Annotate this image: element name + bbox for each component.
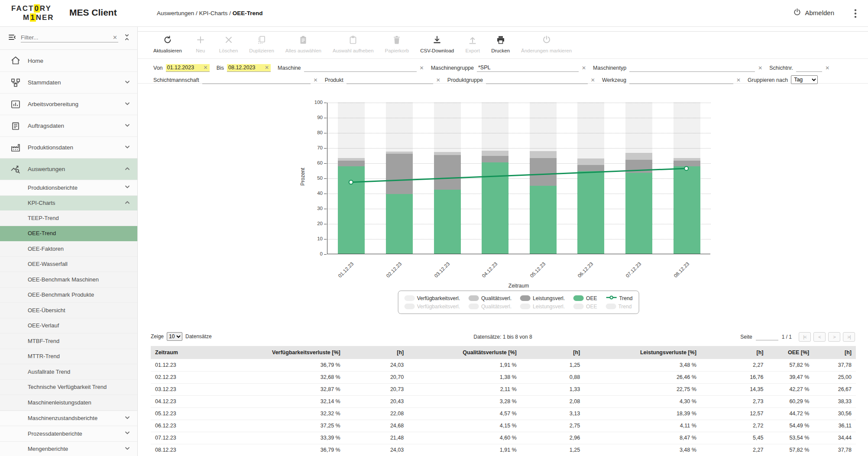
legend-item-trend[interactable]: Trend: [606, 304, 632, 310]
column-header-h[interactable]: [h]: [813, 346, 856, 359]
sidebar-item-produktionsdaten[interactable]: Produktionsdaten: [0, 136, 137, 158]
kebab-menu-icon[interactable]: [851, 8, 860, 18]
legend-item-trend[interactable]: Trend: [606, 295, 632, 301]
sidebar-item-auftragsdaten[interactable]: Auftragsdaten: [0, 115, 137, 136]
table-row[interactable]: 01.12.2336,79 %24,031,91 %1,253,48 %2,27…: [151, 359, 856, 371]
group-by-select[interactable]: Tag: [791, 75, 818, 84]
clear-filter-icon[interactable]: ✕: [417, 65, 424, 72]
filter-input-schichtnr[interactable]: ✕: [796, 65, 829, 72]
legend-item-verfügbarkeitsverl[interactable]: Verfügbarkeitsverl.: [405, 304, 460, 310]
sidebar-item-kpi-charts[interactable]: KPI-Charts: [0, 195, 137, 211]
sidebar-item-mengenberichte[interactable]: Mengenberichte: [0, 441, 137, 456]
prev-page-button[interactable]: <: [813, 332, 826, 342]
legend-item-leistungsverl[interactable]: Leistungsverl.: [520, 304, 565, 310]
filter-input-maschine[interactable]: ✕: [304, 65, 424, 72]
column-header-leistungsverluste[interactable]: Leistungsverluste [%]: [584, 346, 701, 359]
sidebar-item-mtbf-trend[interactable]: MTBF-Trend: [0, 333, 137, 349]
legend-item-qualitätsverl[interactable]: Qualitätsverl.: [469, 295, 512, 301]
sidebar-filter-input[interactable]: [21, 34, 112, 41]
sidebar-item-prozessdatenberichte[interactable]: Prozessdatenberichte: [0, 426, 137, 441]
clear-filter-icon[interactable]: ✕: [755, 65, 762, 72]
filter-input-maschinengruppe[interactable]: *SPL✕: [477, 64, 586, 72]
sidebar-item-oee-benchmark-maschinen[interactable]: OEE-Benchmark Maschinen: [0, 272, 137, 288]
table-row[interactable]: 05.12.2332,32 %22,084,57 %3,1318,39 %12,…: [151, 407, 856, 420]
sidebar-item-maschinenzustandsberichte[interactable]: Maschinenzustandsberichte: [0, 411, 137, 426]
sidebar-item-oee-faktoren[interactable]: OEE-Faktoren: [0, 241, 137, 257]
first-page-button[interactable]: |<: [799, 332, 811, 342]
sidebar-item-oee-benchmark-produkte[interactable]: OEE-Benchmark Produkte: [0, 288, 137, 303]
sidebar-item-oee-übersicht[interactable]: OEE-Übersicht: [0, 303, 137, 318]
legend-item-leistungsverl[interactable]: Leistungsverl.: [520, 295, 565, 301]
clear-filter-icon[interactable]: ✕: [579, 65, 586, 72]
breadcrumb-path[interactable]: Auswertungen / KPI-Charts /: [157, 10, 233, 16]
neu-button[interactable]: Neu: [193, 35, 208, 58]
auswahl-aufheben-button[interactable]: Auswahl aufheben: [333, 35, 374, 58]
papierkorb-button[interactable]: Papierkorb: [385, 35, 409, 58]
sidebar-item-maschinenleistungsdaten[interactable]: Maschinenleistungsdaten: [0, 395, 137, 411]
sidebar-item-auswertungen[interactable]: Auswertungen: [0, 158, 137, 180]
sidebar-item-oee-verlauf[interactable]: OEE-Verlauf: [0, 318, 137, 334]
table-row[interactable]: 03.12.2332,87 %20,732,11 %1,3322,75 %14,…: [151, 383, 856, 395]
legend-item-verfügbarkeitsverl[interactable]: Verfügbarkeitsverl.: [405, 295, 460, 301]
sidebar-item-teep-trend[interactable]: TEEP-Trend: [0, 210, 137, 226]
column-header-h[interactable]: [h]: [521, 346, 585, 359]
sidebar-item-produktionsberichte[interactable]: Produktionsberichte: [0, 180, 137, 195]
table-row[interactable]: 02.12.2332,68 %20,701,38 %0,8826,46 %16,…: [151, 371, 856, 383]
export-button[interactable]: Export: [465, 35, 480, 58]
filter-input-produktgruppe[interactable]: ✕: [486, 77, 595, 84]
änderungen-markieren-button[interactable]: Änderungen markieren: [521, 35, 572, 58]
column-header-oee[interactable]: OEE [%]: [768, 346, 813, 359]
next-page-button[interactable]: >: [828, 332, 840, 342]
löschen-button[interactable]: Löschen: [219, 35, 238, 58]
column-header-qualitätsverluste[interactable]: Qualitätsverluste [%]: [408, 346, 521, 359]
column-header-h[interactable]: [h]: [345, 346, 408, 359]
filter-input-von[interactable]: 01.12.2023✕: [166, 64, 210, 72]
table-cell: 22,08: [345, 407, 408, 420]
sidebar-item-home[interactable]: Home: [0, 50, 137, 71]
clear-filter-icon[interactable]: ✕: [588, 77, 595, 84]
column-header-zeitraum[interactable]: Zeitraum: [151, 346, 204, 359]
filter-input-bis[interactable]: 08.12.2023✕: [227, 64, 271, 72]
sidebar-item-oee-trend[interactable]: OEE-Trend: [0, 226, 137, 242]
column-header-h[interactable]: [h]: [701, 346, 768, 359]
sidebar-item-oee-wasserfall[interactable]: OEE-Wasserfall: [0, 257, 137, 272]
table-row[interactable]: 06.12.2337,25 %24,684,15 %2,754,11 %2,72…: [151, 420, 856, 432]
legend-item-qualitätsverl[interactable]: Qualitätsverl.: [469, 304, 512, 310]
sidebar-item-technische-verfügbarkeit-trend[interactable]: Technische Verfügbarkeit Trend: [0, 380, 137, 395]
duplizieren-button[interactable]: Duplizieren: [249, 35, 274, 58]
collapse-expand-icon[interactable]: [123, 33, 131, 43]
sidebar-item-ausfallrate-trend[interactable]: Ausfallrate Trend: [0, 364, 137, 380]
last-page-button[interactable]: >|: [843, 332, 855, 342]
clear-filter-icon[interactable]: ✕: [201, 65, 210, 71]
clear-filter-icon[interactable]: ✕: [433, 77, 440, 84]
legend-item-oee[interactable]: OEE: [573, 304, 597, 310]
drucken-button[interactable]: Drucken: [491, 35, 510, 58]
logout-button[interactable]: Abmelden: [793, 8, 834, 17]
alles-auswählen-button[interactable]: Alles auswählen: [285, 35, 321, 58]
clear-filter-icon[interactable]: ✕: [112, 34, 118, 41]
filter-input-werkzeug[interactable]: ✕: [629, 77, 741, 84]
sidebar-item-stammdaten[interactable]: Stammdaten: [0, 71, 137, 93]
toolbar-button-label: Änderungen markieren: [521, 48, 572, 53]
clear-filter-icon[interactable]: ✕: [733, 77, 741, 84]
clear-filter-icon[interactable]: ✕: [311, 77, 318, 84]
menu-fold-icon[interactable]: [8, 33, 16, 43]
clear-filter-icon[interactable]: ✕: [822, 65, 829, 72]
column-header-verfügbarkeitsverluste[interactable]: Verfügbarkeitsverluste [%]: [204, 346, 345, 359]
filter-value: *SPL: [477, 64, 579, 72]
table-row[interactable]: 08.12.2336,79 %24,031,91 %1,253,48 %2,27…: [151, 444, 856, 456]
filter-input-produkt[interactable]: ✕: [347, 77, 440, 84]
csv-download-button[interactable]: CSV-Download: [420, 35, 454, 58]
legend-item-oee[interactable]: OEE: [573, 295, 597, 301]
filter-input-schichtmannschaft[interactable]: ✕: [202, 77, 318, 84]
legend-label: Qualitätsverl.: [481, 304, 512, 310]
sidebar-item-label: KPI-Charts: [28, 200, 55, 206]
aktualisieren-button[interactable]: Aktualisieren: [153, 35, 182, 58]
clear-filter-icon[interactable]: ✕: [262, 65, 271, 71]
filter-input-maschinentyp[interactable]: ✕: [629, 65, 762, 72]
table-row[interactable]: 07.12.2333,39 %21,484,60 %2,968,47 %5,45…: [151, 432, 856, 444]
sidebar-item-mttr-trend[interactable]: MTTR-Trend: [0, 349, 137, 365]
page-input[interactable]: [756, 333, 778, 340]
sidebar-item-arbeitsvorbereitung[interactable]: Arbeitsvorbereitung: [0, 93, 137, 115]
table-row[interactable]: 04.12.2332,14 %20,433,28 %2,084,30 %2,73…: [151, 395, 856, 407]
